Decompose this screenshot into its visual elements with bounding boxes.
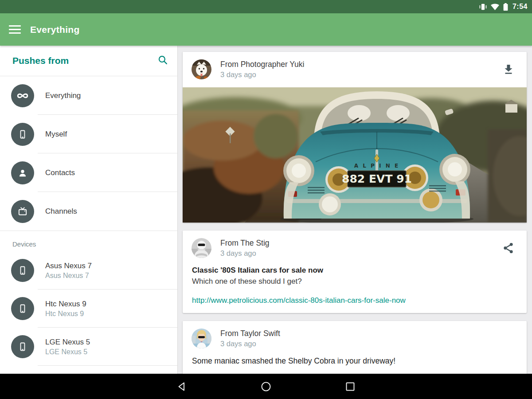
push-timestamp: 3 days ago [220, 70, 304, 79]
status-clock: 7:54 [512, 3, 528, 11]
vibrate-icon [479, 3, 487, 11]
status-bar: 7:54 [0, 0, 532, 13]
device-title: Asus Nexus 7 [45, 262, 92, 270]
sidebar-device-asus-nexus-7[interactable]: Asus Nexus 7 Asus Nexus 7 [0, 251, 177, 289]
phone-icon [11, 335, 34, 358]
sidebar-item-label: Contacts [45, 168, 75, 177]
sidebar-device-htc-nexus-9[interactable]: Htc Nexus 9 Htc Nexus 9 [0, 289, 177, 328]
sidebar: Pushes from Everything Myself [0, 46, 178, 374]
sidebar-item-myself[interactable]: Myself [0, 115, 177, 153]
push-card-photo[interactable]: From Photographer Yuki 3 days ago [183, 52, 527, 223]
sidebar-item-everything[interactable]: Everything [0, 76, 177, 115]
sidebar-item-channels[interactable]: Channels [0, 192, 177, 231]
push-timestamp: 3 days ago [220, 249, 270, 258]
push-sender: From Taylor Swift [220, 329, 280, 338]
device-title: LGE Nexus 5 [45, 338, 90, 347]
content-area: Pushes from Everything Myself [0, 46, 532, 374]
avatar [192, 238, 211, 258]
push-sender: From The Stig [220, 239, 270, 248]
app-screen: 7:54 Everything Pushes from Everything [0, 0, 532, 399]
person-icon [11, 161, 34, 184]
android-nav-bar [0, 374, 532, 399]
sidebar-item-label: Channels [45, 207, 77, 216]
push-feed: From Photographer Yuki 3 days ago [178, 46, 532, 374]
app-bar: Everything [0, 13, 532, 46]
license-plate-text: 882 EVT 91 [342, 172, 412, 185]
push-body: Which one of these should I get? [192, 277, 518, 286]
share-icon[interactable] [503, 243, 513, 255]
sidebar-header: Pushes from [0, 46, 177, 76]
home-icon[interactable] [261, 381, 271, 394]
sidebar-item-label: Myself [45, 130, 67, 139]
push-link[interactable]: http://www.petrolicious.com/classic-80s-… [192, 296, 518, 305]
phone-icon [11, 259, 34, 282]
search-icon[interactable] [157, 55, 168, 67]
download-icon[interactable] [504, 64, 513, 76]
push-timestamp: 3 days ago [220, 340, 280, 348]
recents-icon[interactable] [345, 381, 356, 394]
push-sender: From Photographer Yuki [220, 60, 304, 69]
avatar [192, 59, 211, 79]
push-card-note[interactable]: From Taylor Swift 3 days ago Some maniac… [183, 321, 527, 374]
sidebar-title: Pushes from [12, 55, 157, 66]
push-card-link[interactable]: From The Stig 3 days ago Classic '80S It… [183, 231, 527, 313]
phone-icon [11, 123, 34, 146]
device-subtitle: Asus Nexus 7 [45, 272, 92, 280]
push-title: Classic '80S Italian cars for sale now [192, 266, 518, 275]
page-title: Everything [30, 24, 80, 35]
push-photo-car[interactable]: A L P I N E 882 EVT 91 [183, 87, 527, 223]
sidebar-item-label: Everything [45, 91, 81, 100]
battery-icon [503, 3, 509, 11]
push-body: Some maniac smashed the Shelby Cobra in … [183, 356, 527, 374]
devices-section-label: Devices [0, 231, 177, 251]
tv-icon [11, 200, 34, 223]
car-badge-text: A L P I N E [354, 163, 399, 169]
sidebar-device-lge-nexus-5[interactable]: LGE Nexus 5 LGE Nexus 5 [0, 328, 177, 366]
phone-icon [11, 297, 34, 320]
hamburger-icon[interactable] [9, 25, 21, 34]
infinity-icon [11, 84, 34, 107]
back-icon[interactable] [176, 381, 187, 394]
device-title: Htc Nexus 9 [45, 300, 86, 309]
device-subtitle: LGE Nexus 5 [45, 348, 90, 356]
sidebar-item-contacts[interactable]: Contacts [0, 153, 177, 192]
avatar [192, 329, 211, 348]
device-subtitle: Htc Nexus 9 [45, 310, 86, 318]
wifi-icon [490, 3, 500, 11]
